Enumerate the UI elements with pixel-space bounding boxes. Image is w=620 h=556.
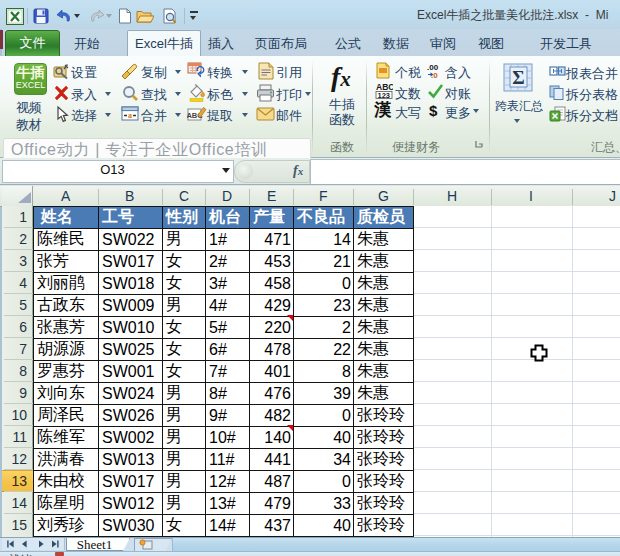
svg-text:a: a — [128, 111, 132, 120]
svg-text:123: 123 — [378, 91, 391, 99]
svg-text:Σ: Σ — [512, 67, 524, 88]
